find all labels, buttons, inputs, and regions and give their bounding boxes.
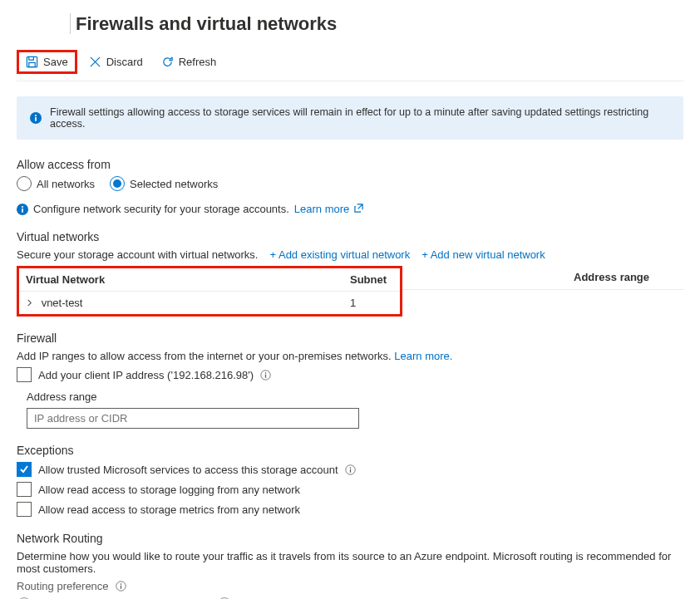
client-ip-checkbox-row[interactable]: Add your client IP address ('192.168.216… [17,367,683,382]
vnet-table-highlight: Virtual Network Subnet vnet-test 1 [17,266,402,317]
radio-all-label: All networks [37,178,95,190]
info-icon [17,204,28,215]
svg-point-9 [265,372,267,374]
radio-selected-networks[interactable]: Selected networks [110,176,218,191]
vnet-desc-row: Secure your storage account with virtual… [17,248,683,261]
firewall-section: Firewall Add IP ranges to allow access f… [17,331,683,429]
svg-rect-13 [349,469,350,472]
exceptions-heading: Exceptions [17,444,683,457]
svg-rect-16 [120,586,121,589]
add-new-vnet-link[interactable]: + Add new virtual network [421,248,545,261]
save-button[interactable]: Save [17,50,77,74]
metrics-checkbox[interactable] [17,502,32,517]
metrics-label: Allow read access to storage metrics fro… [38,503,300,516]
client-ip-label: Add your client IP address ('192.168.216… [38,369,254,381]
add-existing-vnet-link[interactable]: + Add existing virtual network [269,248,410,261]
discard-icon [89,56,101,68]
firewall-learn-more-link[interactable]: Learn more. [394,350,452,362]
svg-rect-10 [265,374,266,377]
logging-checkbox[interactable] [17,482,32,497]
col-vnet: Virtual Network [26,273,350,286]
svg-rect-1 [29,62,36,66]
routing-pref-label-row: Routing preference [17,580,683,592]
page-title: Firewalls and virtual networks [17,0,683,45]
info-icon[interactable] [116,581,126,592]
external-link-icon [354,204,363,213]
save-label: Save [43,56,68,68]
radio-all-circle [17,176,32,191]
page-title-text: Firewalls and virtual networks [76,13,337,34]
col-subnet: Subnet [350,273,408,286]
trusted-services-checkbox[interactable] [17,462,32,477]
client-ip-checkbox[interactable] [17,367,32,382]
refresh-button[interactable]: Refresh [155,52,224,71]
trusted-services-label: Allow trusted Microsoft services to acce… [38,464,338,476]
title-pipe [70,13,71,34]
svg-rect-4 [35,117,37,121]
info-icon[interactable] [260,370,271,381]
vnet-row-name-cell: vnet-test [26,297,350,309]
svg-point-15 [120,583,121,585]
trusted-services-row[interactable]: Allow trusted Microsoft services to acce… [17,462,683,477]
configure-text: Configure network security for your stor… [33,203,289,215]
radio-selected-circle [110,176,125,191]
vnet-table-container: Virtual Network Subnet vnet-test 1 Addre… [17,266,683,317]
firewall-heading: Firewall [17,331,683,345]
radio-all-networks[interactable]: All networks [17,176,95,191]
vnet-desc: Secure your storage account with virtual… [17,248,258,261]
chevron-right-icon [26,299,33,307]
vnet-row-name: vnet-test [42,297,83,309]
routing-section: Network Routing Determine how you would … [17,532,683,599]
allow-access-heading: Allow access from [17,158,683,171]
vnet-heading: Virtual networks [17,230,683,243]
info-icon[interactable] [345,464,356,475]
routing-heading: Network Routing [17,532,683,545]
info-icon [30,112,42,124]
exceptions-section: Exceptions Allow trusted Microsoft servi… [17,444,683,517]
routing-desc: Determine how you would like to route yo… [17,550,683,575]
metrics-row[interactable]: Allow read access to storage metrics fro… [17,502,683,517]
allow-access-section: Allow access from All networks Selected … [17,158,683,317]
address-range-input[interactable] [27,408,359,429]
svg-point-3 [35,115,37,116]
learn-more-link[interactable]: Learn more [294,203,363,215]
discard-button[interactable]: Discard [82,52,150,71]
info-banner: Firewall settings allowing access to sto… [17,96,683,140]
address-range-label: Address range [27,390,683,403]
configure-hint-row: Configure network security for your stor… [17,203,683,215]
toolbar: Save Discard Refresh [17,45,683,81]
routing-pref-label: Routing preference [17,580,109,592]
access-radio-group: All networks Selected networks [17,176,683,191]
firewall-desc: Add IP ranges to allow access from the i… [17,350,392,362]
save-icon [26,56,38,68]
radio-selected-label: Selected networks [130,178,218,190]
vnet-table-row[interactable]: vnet-test 1 [19,292,400,314]
col-address-range: Address range [574,271,649,283]
svg-rect-7 [22,208,23,212]
vnet-row-subnet: 1 [350,297,408,309]
logging-label: Allow read access to storage logging fro… [38,484,300,496]
svg-point-6 [22,205,23,207]
svg-point-12 [349,467,351,469]
learn-more-text: Learn more [294,203,349,215]
banner-text: Firewall settings allowing access to sto… [50,106,670,130]
logging-row[interactable]: Allow read access to storage logging fro… [17,482,683,497]
refresh-icon [161,56,174,68]
discard-label: Discard [106,56,143,68]
vnet-table-header: Virtual Network Subnet [19,268,400,292]
refresh-label: Refresh [179,56,217,68]
firewall-desc-row: Add IP ranges to allow access from the i… [17,350,683,362]
